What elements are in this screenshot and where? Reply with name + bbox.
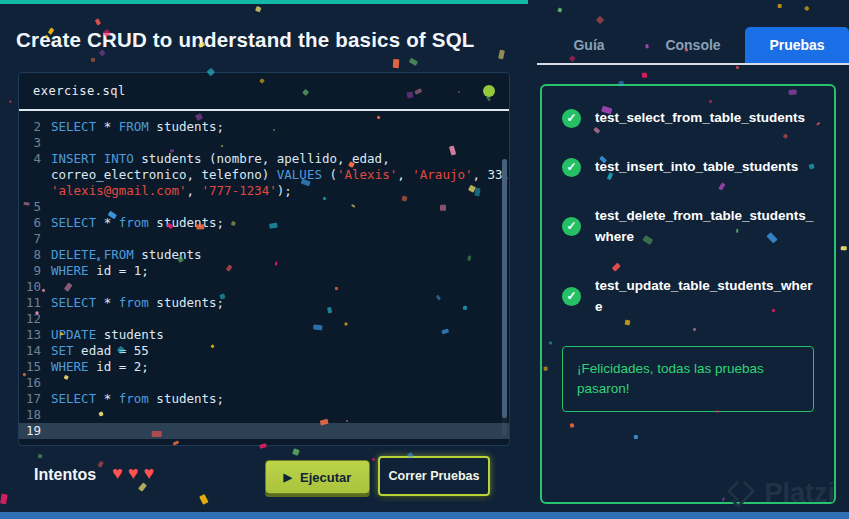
check-icon: ✓: [562, 158, 581, 177]
exercise-page: Create CRUD to understand the basics of …: [0, 0, 849, 519]
bottom-accent-strip: [0, 512, 849, 519]
check-icon: ✓: [562, 287, 581, 306]
test-name: test_update_table_students_where: [595, 276, 814, 318]
lives-hearts: ♥♥♥: [112, 463, 159, 484]
tab-console[interactable]: Console: [641, 27, 745, 63]
correr-pruebas-button[interactable]: Correr Pruebas: [378, 456, 490, 496]
watermark-text: Platzi: [764, 478, 835, 509]
check-icon: ✓: [562, 217, 581, 236]
ejecutar-button[interactable]: ▶ Ejecutar: [265, 460, 370, 494]
line-number: 6: [19, 215, 51, 231]
line-number: 8: [19, 247, 51, 263]
page-title: Create CRUD to understand the basics of …: [16, 28, 475, 52]
code-line[interactable]: 19: [19, 423, 509, 439]
code-line[interactable]: 15WHERE id = 2;: [19, 359, 509, 375]
code-line[interactable]: 11SELECT * from students;: [19, 295, 509, 311]
platzi-logo-icon: [726, 477, 756, 509]
line-number: 19: [19, 423, 51, 439]
platzi-watermark: Platzi: [726, 477, 835, 509]
code-line[interactable]: 6SELECT * from students;: [19, 215, 509, 231]
editor-vertical-scrollbar[interactable]: [502, 159, 507, 435]
line-number: 15: [19, 359, 51, 375]
test-name: test_insert_into_table_students: [595, 157, 798, 178]
test-result-item: ✓test_select_from_table_students: [562, 108, 814, 129]
editor-filename: exercise.sql: [33, 84, 126, 98]
code-line[interactable]: 8DELETE FROM students: [19, 247, 509, 263]
line-number: 2: [19, 119, 51, 135]
test-results-list: ✓test_select_from_table_students✓test_in…: [562, 108, 814, 318]
play-icon: ▶: [284, 471, 292, 484]
code-line[interactable]: 18: [19, 407, 509, 423]
test-name: test_delete_from_table_students_where: [595, 206, 814, 248]
line-number: 11: [19, 295, 51, 311]
code-line[interactable]: 9WHERE id = 1;: [19, 263, 509, 279]
congrats-box: ¡Felicidades, todas las pruebas pasaron!: [562, 346, 814, 413]
scrollbar-thumb[interactable]: [502, 159, 507, 418]
code-line[interactable]: 17SELECT * from students;: [19, 391, 509, 407]
check-icon: ✓: [562, 109, 581, 128]
code-line[interactable]: 12: [19, 311, 509, 327]
code-editor: exercise.sql 2SELECT * FROM students;34I…: [18, 72, 510, 446]
code-line[interactable]: 10: [19, 279, 509, 295]
line-number: 18: [19, 407, 51, 423]
line-number: 5: [19, 199, 51, 215]
status-dot-icon: [483, 85, 495, 97]
code-line[interactable]: 'alexis@gmail.com', '777-1234');: [19, 183, 509, 199]
code-line[interactable]: 7: [19, 231, 509, 247]
heart-icon: ♥: [143, 463, 154, 483]
tests-panel: ✓test_select_from_table_students✓test_in…: [540, 84, 836, 504]
code-line[interactable]: 14SET edad = 55: [19, 343, 509, 359]
line-number: 9: [19, 263, 51, 279]
editor-header: exercise.sql: [19, 73, 509, 111]
code-line[interactable]: 13UPDATE students: [19, 327, 509, 343]
code-line[interactable]: correo_electronico, telefono) VALUES ('A…: [19, 167, 509, 183]
heart-icon: ♥: [128, 463, 139, 483]
line-number: 13: [19, 327, 51, 343]
test-name: test_select_from_table_students: [595, 108, 805, 129]
intentos-label: Intentos: [34, 466, 96, 484]
right-panel-tabs: GuíaConsolePruebas: [537, 27, 849, 65]
line-number: 7: [19, 231, 51, 247]
line-number: 12: [19, 311, 51, 327]
test-result-item: ✓test_delete_from_table_students_where: [562, 206, 814, 248]
ejecutar-label: Ejecutar: [300, 470, 351, 485]
test-result-item: ✓test_update_table_students_where: [562, 276, 814, 318]
line-number: 4: [19, 151, 51, 167]
code-rows: 2SELECT * FROM students;34INSERT INTO st…: [19, 119, 509, 439]
tab-pruebas[interactable]: Pruebas: [745, 27, 849, 63]
test-result-item: ✓test_insert_into_table_students: [562, 157, 814, 178]
code-line[interactable]: 4INSERT INTO students (nombre, apellido,…: [19, 151, 509, 167]
top-accent-strip: [0, 0, 528, 4]
line-number: 16: [19, 375, 51, 391]
code-line[interactable]: 5: [19, 199, 509, 215]
line-number: [19, 183, 51, 199]
line-number: [19, 167, 51, 183]
line-number: 3: [19, 135, 51, 151]
code-area[interactable]: 2SELECT * FROM students;34INSERT INTO st…: [19, 113, 509, 443]
code-line[interactable]: 2SELECT * FROM students;: [19, 119, 509, 135]
tab-guia[interactable]: Guía: [537, 27, 641, 63]
line-number: 14: [19, 343, 51, 359]
heart-icon: ♥: [112, 463, 123, 483]
line-number: 17: [19, 391, 51, 407]
code-line[interactable]: 16: [19, 375, 509, 391]
code-line[interactable]: 3: [19, 135, 509, 151]
line-number: 10: [19, 279, 51, 295]
